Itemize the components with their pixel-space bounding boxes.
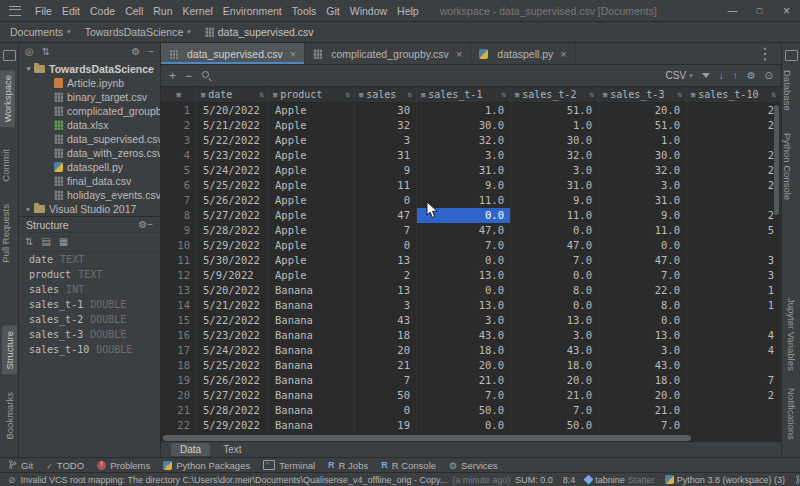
table-cell[interactable]: 4	[687, 343, 781, 358]
table-cell[interactable]: 51.0	[511, 103, 599, 118]
table-cell[interactable]: Apple	[269, 163, 355, 178]
expand-collapse-icon[interactable]: ⇅	[42, 47, 50, 57]
table-cell[interactable]: Banana	[269, 283, 355, 298]
table-cell[interactable]: 50	[355, 388, 417, 403]
table-cell[interactable]: 21.0	[599, 403, 687, 418]
flat-view-icon[interactable]: ▤	[41, 237, 50, 247]
table-cell[interactable]: 9.0	[511, 193, 599, 208]
table-cell[interactable]: 2	[687, 148, 781, 163]
column-header-product[interactable]: ▦product	[269, 87, 355, 102]
table-cell[interactable]: 7.0	[599, 268, 687, 283]
main-menu-icon[interactable]	[9, 6, 21, 16]
structure-field-product[interactable]: productTEXT	[19, 267, 160, 282]
table-cell[interactable]: 9	[355, 163, 417, 178]
table-cell[interactable]: 0.0	[511, 298, 599, 313]
table-cell[interactable]: Apple	[269, 133, 355, 148]
column-header-sales-t-2[interactable]: ▦sales_t-2	[511, 87, 599, 102]
table-cell[interactable]: 5/23/2022	[197, 148, 269, 163]
table-cell[interactable]: 0.0	[599, 238, 687, 253]
structure-field-sales-t-1[interactable]: sales_t-1DOUBLE	[19, 297, 160, 312]
toolwindow-stripe-pull-requests[interactable]: Pull Requests	[0, 204, 11, 263]
table-cell[interactable]: 9.0	[599, 208, 687, 223]
column-header-sales[interactable]: ▦sales	[355, 87, 417, 102]
table-cell[interactable]: 5/20/2022	[197, 283, 269, 298]
locate-file-icon[interactable]: ◎	[25, 47, 34, 57]
tree-folder-visual-studio-2017[interactable]: ▸Visual Studio 2017	[19, 202, 160, 216]
row-number[interactable]: 20	[161, 388, 197, 403]
table-cell[interactable]: 5/23/2022	[197, 328, 269, 343]
row-number[interactable]: 5	[161, 163, 197, 178]
table-cell[interactable]: 1.0	[511, 118, 599, 133]
table-cell[interactable]: 5/21/2022	[197, 298, 269, 313]
table-cell[interactable]: 13.0	[599, 328, 687, 343]
breadcrumb-folder[interactable]: Documents	[10, 26, 71, 38]
group-view-icon[interactable]: ▦	[59, 237, 68, 247]
filter-icon[interactable]	[702, 73, 710, 78]
git-branch-widget[interactable]: master	[795, 474, 800, 485]
tree-item-data-xlsx[interactable]: data.xlsx	[19, 118, 160, 132]
table-cell[interactable]: 13.0	[417, 298, 511, 313]
table-cell[interactable]: 0.0	[599, 313, 687, 328]
sort-icon[interactable]	[407, 90, 412, 99]
menu-help[interactable]: Help	[392, 3, 424, 19]
table-cell[interactable]: Banana	[269, 343, 355, 358]
table-cell[interactable]: Apple	[269, 223, 355, 238]
minimize-icon[interactable]	[719, 0, 746, 22]
close-tab-icon[interactable]	[456, 48, 462, 60]
table-cell[interactable]: 47.0	[599, 253, 687, 268]
toolwindow-button-r-jobs[interactable]: R Jobs	[328, 460, 368, 471]
structure-field-sales[interactable]: salesINT	[19, 282, 160, 297]
table-cell[interactable]: 21.0	[511, 388, 599, 403]
editor-tab-complicated-groupby-csv[interactable]: complicated_groupby.csv	[305, 43, 471, 64]
table-cell[interactable]: 0.0	[417, 283, 511, 298]
table-cell[interactable]: 18.0	[511, 358, 599, 373]
table-cell[interactable]	[687, 358, 781, 373]
row-number[interactable]: 3	[161, 133, 197, 148]
row-number[interactable]: 19	[161, 373, 197, 388]
toolwindow-button-git[interactable]: Git	[8, 459, 33, 472]
table-cell[interactable]: 5/24/2022	[197, 163, 269, 178]
menu-git[interactable]: Git	[321, 3, 344, 19]
selected-cell[interactable]: 0.0	[417, 208, 511, 223]
table-cell[interactable]: 21.0	[417, 373, 511, 388]
row-number[interactable]: 11	[161, 253, 197, 268]
toolwindow-button-todo[interactable]: TODO	[46, 460, 84, 471]
table-cell[interactable]: 3	[687, 253, 781, 268]
workspace-icon[interactable]	[3, 50, 16, 61]
table-cell[interactable]: 3.0	[599, 343, 687, 358]
table-cell[interactable]: 0.0	[417, 418, 511, 433]
editor-tab-data-supervised-csv[interactable]: data_supervised.csv	[161, 43, 305, 64]
row-number[interactable]: 4	[161, 148, 197, 163]
table-cell[interactable]: Banana	[269, 298, 355, 313]
row-number[interactable]: 1	[161, 103, 197, 118]
sort-icon[interactable]	[501, 90, 506, 99]
table-cell[interactable]: 3.0	[511, 328, 599, 343]
structure-field-date[interactable]: dateTEXT	[19, 252, 160, 267]
table-cell[interactable]: 0	[355, 193, 417, 208]
table-cell[interactable]: 2	[687, 118, 781, 133]
table-cell[interactable]: 43.0	[599, 358, 687, 373]
row-number[interactable]: 18	[161, 358, 197, 373]
table-cell[interactable]: Apple	[269, 238, 355, 253]
column-header-sales-t-3[interactable]: ▦sales_t-3	[599, 87, 687, 102]
table-cell[interactable]: 0.0	[417, 253, 511, 268]
table-cell[interactable]: 5/24/2022	[197, 343, 269, 358]
table-cell[interactable]: 1	[687, 283, 781, 298]
sort-icon[interactable]: ⇅	[25, 237, 33, 247]
toolwindow-button-python-packages[interactable]: Python Packages	[163, 460, 250, 471]
table-cell[interactable]: 3.0	[599, 178, 687, 193]
toolwindow-stripe-database[interactable]: Database	[782, 70, 793, 111]
row-number[interactable]: 21	[161, 403, 197, 418]
row-number[interactable]: 8	[161, 208, 197, 223]
settings-gear-icon[interactable]: ⚙	[138, 220, 147, 230]
maximize-icon[interactable]	[746, 0, 773, 22]
table-cell[interactable]: 22.0	[599, 283, 687, 298]
settings-gear-icon[interactable]: ⚙	[747, 70, 756, 81]
toolwindow-stripe-python-console[interactable]: Python Console	[782, 133, 793, 200]
table-cell[interactable]: 43.0	[511, 343, 599, 358]
hide-panel-icon[interactable]: −	[148, 47, 154, 57]
toolwindow-button-terminal[interactable]: Terminal	[263, 460, 315, 471]
table-cell[interactable]: 5/9/2022	[197, 268, 269, 283]
table-cell[interactable]: Apple	[269, 148, 355, 163]
table-cell[interactable]: 2	[687, 103, 781, 118]
